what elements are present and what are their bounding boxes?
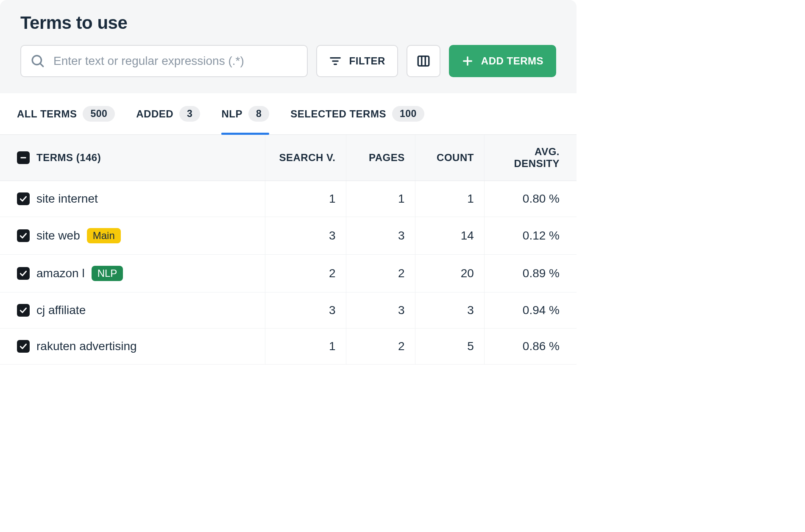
checkmark-icon — [19, 269, 28, 278]
term-label: site web — [36, 229, 80, 242]
table-row: site internet1110.80 % — [0, 181, 577, 217]
tab-nlp-label: NLP — [221, 108, 242, 120]
filter-icon — [329, 55, 342, 67]
cell-count: 3 — [415, 292, 484, 329]
cell-search-v: 1 — [265, 329, 346, 365]
checkmark-icon — [19, 231, 28, 240]
tag-main: Main — [87, 228, 121, 243]
filter-button[interactable]: FILTER — [316, 45, 398, 77]
add-terms-button-label: ADD TERMS — [481, 55, 543, 67]
tab-selected-label: SELECTED TERMS — [290, 108, 386, 120]
tab-added-label: ADDED — [136, 108, 173, 120]
tab-selected-terms[interactable]: SELECTED TERMS 100 — [290, 106, 424, 134]
toolbar: FILTER ADD TERMS — [20, 45, 556, 77]
table-row: cj affiliate3330.94 % — [0, 292, 577, 329]
svg-rect-5 — [418, 56, 429, 66]
cell-density: 0.12 % — [484, 217, 577, 255]
plus-icon — [462, 55, 474, 67]
terms-table: TERMS (146) SEARCH V. PAGES COUNT AVG. D… — [0, 135, 577, 365]
cell-density: 0.86 % — [484, 329, 577, 365]
columns-icon — [416, 54, 431, 68]
column-header-pages[interactable]: PAGES — [346, 135, 415, 181]
column-header-search-v[interactable]: SEARCH V. — [265, 135, 346, 181]
cell-count: 14 — [415, 217, 484, 255]
tab-all-terms-label: ALL TERMS — [17, 108, 77, 120]
tag-nlp: NLP — [92, 266, 123, 281]
checkmark-icon — [19, 306, 28, 315]
search-input[interactable] — [53, 54, 298, 68]
row-checkbox[interactable] — [17, 192, 30, 205]
tab-added[interactable]: ADDED 3 — [136, 106, 200, 134]
cell-pages: 2 — [346, 329, 415, 365]
filter-button-label: FILTER — [349, 55, 385, 67]
column-header-count[interactable]: COUNT — [415, 135, 484, 181]
cell-count: 5 — [415, 329, 484, 365]
column-header-terms-label: TERMS (146) — [36, 152, 101, 164]
cell-search-v: 1 — [265, 181, 346, 217]
tab-all-terms-count: 500 — [83, 106, 115, 122]
cell-pages: 2 — [346, 255, 415, 292]
svg-line-1 — [40, 64, 43, 67]
row-checkbox[interactable] — [17, 304, 30, 317]
cell-count: 1 — [415, 181, 484, 217]
column-header-terms[interactable]: TERMS (146) — [0, 135, 265, 181]
cell-count: 20 — [415, 255, 484, 292]
cell-density: 0.80 % — [484, 181, 577, 217]
tab-added-count: 3 — [179, 106, 200, 122]
select-all-checkbox[interactable] — [17, 151, 30, 164]
tab-nlp-count: 8 — [248, 106, 269, 122]
search-icon — [31, 54, 45, 68]
page-title: Terms to use — [20, 13, 556, 33]
checkmark-icon — [19, 195, 28, 203]
term-label: site internet — [36, 192, 98, 206]
indeterminate-icon — [19, 154, 27, 162]
cell-search-v: 2 — [265, 255, 346, 292]
table-row: rakuten advertising1250.86 % — [0, 329, 577, 365]
cell-search-v: 3 — [265, 217, 346, 255]
row-checkbox[interactable] — [17, 267, 30, 280]
row-checkbox[interactable] — [17, 229, 30, 242]
table-row: site webMain33140.12 % — [0, 217, 577, 255]
tab-all-terms[interactable]: ALL TERMS 500 — [17, 106, 115, 134]
tab-nlp[interactable]: NLP 8 — [221, 106, 269, 134]
term-label: amazon l — [36, 267, 85, 280]
row-checkbox[interactable] — [17, 340, 30, 353]
add-terms-button[interactable]: ADD TERMS — [449, 45, 556, 77]
tab-selected-count: 100 — [392, 106, 424, 122]
cell-search-v: 3 — [265, 292, 346, 329]
columns-button[interactable] — [407, 45, 440, 77]
term-label: rakuten advertising — [36, 340, 137, 353]
cell-pages: 3 — [346, 217, 415, 255]
search-field-wrapper[interactable] — [20, 45, 308, 77]
column-header-avg-density[interactable]: AVG. DENSITY — [484, 135, 577, 181]
checkmark-icon — [19, 342, 28, 351]
term-label: cj affiliate — [36, 304, 86, 317]
cell-density: 0.94 % — [484, 292, 577, 329]
table-row: amazon lNLP22200.89 % — [0, 255, 577, 292]
cell-density: 0.89 % — [484, 255, 577, 292]
cell-pages: 3 — [346, 292, 415, 329]
cell-pages: 1 — [346, 181, 415, 217]
tabs: ALL TERMS 500 ADDED 3 NLP 8 SELECTED TER… — [0, 93, 577, 135]
